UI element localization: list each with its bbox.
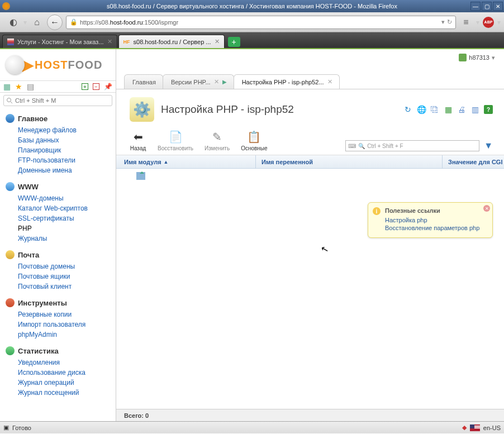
reload-icon[interactable]: ↻ (447, 18, 452, 26)
nav-item[interactable]: phpMyAdmin (18, 330, 116, 340)
nav-item[interactable]: PHP (18, 223, 116, 233)
home-button[interactable]: ⌂ (30, 16, 44, 29)
csv-icon[interactable]: ▦ (444, 105, 453, 114)
minimize-button[interactable]: — (470, 2, 481, 11)
table-body: i ✕ Полезные ссылки Настройка php Восста… (116, 169, 504, 409)
nav-item[interactable]: Доменные имена (18, 165, 116, 175)
nav-item[interactable]: Использование диска (18, 368, 116, 378)
table-search-input[interactable]: ⌨🔍 Ctrl + Shift + F (345, 140, 479, 151)
firefox-menu-icon[interactable]: ◐ (7, 16, 20, 29)
expand-all-icon[interactable]: + (82, 83, 88, 90)
nav-item[interactable]: Почтовые ящики (18, 271, 116, 282)
close-icon[interactable]: ✕ (327, 78, 332, 85)
breadcrumb-tab[interactable]: Настройка PHP - isp-php52...✕ (234, 74, 340, 89)
close-button[interactable]: ✕ (493, 2, 503, 11)
extension-icon[interactable]: ◆ (462, 424, 467, 431)
arrow-icon: ▶ (222, 79, 227, 85)
nav-section-header[interactable]: Инструменты (6, 296, 116, 309)
browser-tab-active[interactable]: HF s08.host-food.ru / Сервер ... ✕ (118, 35, 225, 48)
action-toolbar: ⬅Назад📄Восстановить✎Изменить📋Основные ⌨🔍… (116, 127, 504, 155)
section-icon (6, 114, 15, 123)
refresh-icon[interactable]: ↻ (403, 105, 412, 114)
tab-close-icon[interactable]: ✕ (215, 38, 220, 45)
firefox-icon (2, 2, 10, 10)
browser-statusbar: ▣ Готово ◆ en-US (0, 421, 504, 433)
star-icon[interactable]: ★ (15, 82, 22, 91)
keyboard-icon: ⌨ (348, 143, 356, 149)
info-icon: i (373, 207, 381, 215)
close-icon[interactable]: ✕ (214, 78, 219, 85)
sidebar-search-input[interactable] (3, 95, 112, 106)
nav-item[interactable]: Журнал посещений (18, 388, 116, 398)
nav-item[interactable]: SSL-сертификаты (18, 213, 116, 223)
toolbar-button[interactable]: 📋Основные (241, 130, 267, 151)
copy-icon[interactable]: ⿻ (430, 105, 439, 114)
search-icon: 🔍 (358, 143, 365, 149)
hints-panel: i ✕ Полезные ссылки Настройка php Восста… (368, 202, 493, 238)
page-title: Настройка PHP - isp-php52 (161, 103, 294, 116)
folder-up-icon (136, 172, 145, 180)
up-folder-row[interactable] (116, 169, 504, 182)
column-header[interactable]: Имя модуля ▲ (116, 155, 256, 168)
section-icon (6, 346, 15, 355)
nav-section-header[interactable]: Статистика (6, 344, 116, 357)
toolbar-icon: ⬅ (130, 130, 146, 144)
nav-item[interactable]: Почтовый клиент (18, 282, 116, 292)
browser-tab[interactable]: Услуги - Хостинг - Мои заказ... ✕ (2, 35, 117, 48)
table-footer: Всего: 0 (116, 409, 504, 421)
filter-icon[interactable]: ▼ (484, 141, 493, 151)
page-icon: ⚙️ (130, 97, 154, 122)
nav-section-header[interactable]: Почта (6, 248, 116, 261)
column-header[interactable]: Имя переменной (256, 155, 443, 168)
clipboard-icon[interactable]: ▤ (27, 82, 34, 91)
sidebar-toolbar: ▦ ★ ▤ + − 📌 (0, 80, 116, 93)
nav-item[interactable]: Планировщик (18, 145, 116, 155)
user-menu[interactable]: h87313 ▾ (459, 54, 495, 61)
collapse-all-icon[interactable]: − (93, 83, 99, 90)
hint-link[interactable]: Восстановление параметров php (385, 224, 487, 232)
hamburger-icon[interactable]: ≡ (459, 16, 473, 29)
nav-item[interactable]: Базы данных (18, 135, 116, 145)
breadcrumb-tab[interactable]: Версии PHP...✕▶ (163, 74, 234, 89)
nav-item[interactable]: Каталог Web-скриптов (18, 203, 116, 213)
nav-item[interactable]: FTP-пользователи (18, 155, 116, 165)
toolbar-icon: 📋 (246, 130, 263, 144)
url-bar[interactable]: 🔒 https://s08.host-food.ru:1500/ispmgr ▾… (66, 16, 456, 29)
help-icon[interactable]: ? (484, 105, 493, 114)
nav-item[interactable]: Почтовые домены (18, 261, 116, 271)
section-icon (6, 182, 15, 191)
section-icon (6, 250, 15, 259)
back-button[interactable]: ← (47, 15, 63, 30)
maximize-button[interactable]: ▢ (482, 2, 492, 11)
toolbar-button[interactable]: ⬅Назад (130, 130, 146, 151)
settings-icon[interactable]: ▥ (470, 105, 479, 114)
addon-icon[interactable]: ▣ (3, 424, 9, 431)
nav-item[interactable]: Журналы (18, 233, 116, 244)
grid-icon[interactable]: ▦ (3, 82, 11, 91)
breadcrumb-tabs: ГлавнаяВерсии PHP...✕▶Настройка PHP - is… (116, 73, 504, 89)
logo: ▶ HOSTFOOD (0, 49, 116, 80)
flag-icon[interactable] (470, 425, 480, 431)
nav-item[interactable]: Резервные копии (18, 309, 116, 319)
nav-item[interactable]: Менеджер файлов (18, 125, 116, 135)
globe-icon[interactable]: 🌐 (417, 105, 426, 114)
nav-item[interactable]: Журнал операций (18, 378, 116, 388)
nav-section-header[interactable]: WWW (6, 180, 116, 193)
browser-toolbar: ◐ ▾ ⌂ ← 🔒 https://s08.host-food.ru:1500/… (0, 12, 504, 32)
breadcrumb-tab[interactable]: Главная (124, 74, 163, 89)
hint-link[interactable]: Настройка php (385, 216, 487, 224)
nav-item[interactable]: Импорт пользователя (18, 319, 116, 330)
pin-icon[interactable]: 📌 (104, 83, 112, 90)
tab-close-icon[interactable]: ✕ (107, 38, 112, 45)
user-icon (459, 54, 467, 61)
lock-icon: 🔒 (70, 18, 78, 26)
nav-section-header[interactable]: Главное (6, 112, 116, 125)
column-header[interactable]: Значение для CGI (443, 155, 504, 168)
new-tab-button[interactable]: + (228, 37, 240, 47)
nav-item[interactable]: WWW-домены (18, 193, 116, 203)
abp-icon[interactable]: ABP (483, 17, 494, 28)
print-icon[interactable]: 🖨 (457, 105, 466, 114)
browser-tabs: Услуги - Хостинг - Мои заказ... ✕ HF s08… (0, 32, 504, 48)
nav-item[interactable]: Уведомления (18, 357, 116, 368)
close-icon[interactable]: ✕ (483, 205, 490, 212)
